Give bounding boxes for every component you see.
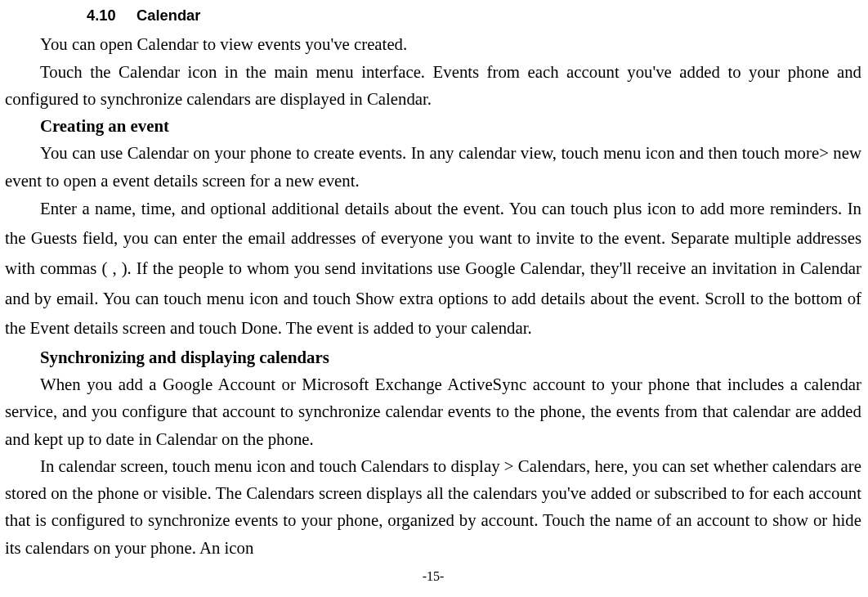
subheading-creating-event: Creating an event	[5, 112, 861, 139]
paragraph-intro-1: You can open Calendar to view events you…	[5, 30, 861, 57]
paragraph-intro-2: Touch the Calendar icon in the main menu…	[5, 58, 861, 113]
paragraph-sync-1: When you add a Google Account or Microso…	[5, 370, 861, 452]
subheading-sync-display: Synchronizing and displaying calendars	[5, 343, 861, 370]
page-number: -15-	[5, 566, 861, 587]
section-number: 4.10	[87, 3, 132, 27]
paragraph-create-1: You can use Calendar on your phone to cr…	[5, 139, 861, 194]
section-title: Calendar	[136, 7, 200, 24]
paragraph-create-2: Enter a name, time, and optional additio…	[5, 194, 861, 343]
section-heading: 4.10 Calendar	[87, 3, 861, 27]
paragraph-sync-2: In calendar screen, touch menu icon and …	[5, 452, 861, 561]
